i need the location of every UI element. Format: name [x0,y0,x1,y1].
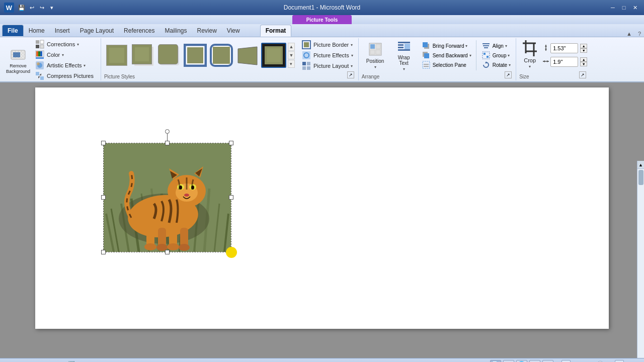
size-content: Crop ▾ [519,39,587,71]
outline-btn[interactable]: ≡ [529,360,540,363]
arrange-content: Position ▾ WrapText ▾ [362,39,513,71]
picture-style-6[interactable] [235,43,260,68]
picture-border-button[interactable]: Picture Border ▾ [299,40,355,50]
picture-style-3[interactable] [156,43,182,68]
resize-handle-top-left[interactable] [101,141,106,145]
color-label: Color [47,52,60,58]
selection-pane-button[interactable]: Selection Pane [419,60,473,69]
tab-format[interactable]: Format [260,25,292,37]
ribbon-collapse-btn[interactable]: ▲ [623,31,635,37]
tab-page-layout[interactable]: Page Layout [75,25,119,37]
picture-style-1[interactable] [104,43,129,68]
svg-rect-37 [307,62,310,65]
rotate-button[interactable]: Rotate ▾ [479,60,513,69]
maximize-button[interactable]: □ [619,3,629,12]
picture-style-4[interactable] [183,43,208,68]
yellow-dot[interactable] [226,247,237,258]
height-input[interactable] [550,43,578,53]
window-controls: ─ □ ✕ [608,3,640,12]
svg-rect-8 [40,45,44,48]
width-down-btn[interactable]: ▼ [580,62,587,66]
tab-review[interactable]: Review [192,25,221,37]
tab-file[interactable]: File [2,25,24,37]
scroll-track[interactable] [637,169,644,358]
selection-pane-label: Selection Pane [433,62,466,68]
tab-mailings[interactable]: Mailings [159,25,192,37]
tab-view[interactable]: View [222,25,245,37]
wrap-text-button[interactable]: WrapText ▾ [390,40,418,70]
picture-style-5[interactable] [209,43,234,68]
compress-pictures-button[interactable]: Compress Pictures [33,71,98,81]
picture-options-col: Picture Border ▾ Picture Effects ▾ [299,40,355,71]
wrap-text-dropdown: ▾ [403,67,405,71]
tab-insert[interactable]: Insert [50,25,75,37]
save-qat-btn[interactable]: 💾 [17,3,26,12]
tiger-image-container[interactable] [103,143,231,252]
undo-qat-btn[interactable]: ↩ [27,3,36,12]
picture-style-7[interactable] [261,43,286,68]
zoom-out-btn[interactable]: − [561,360,571,363]
bring-forward-button[interactable]: Bring Forward ▾ [419,41,473,50]
resize-handle-top-center[interactable] [165,141,170,145]
picture-styles-dialog-launcher[interactable]: ↗ [347,71,354,78]
help-btn[interactable]: ? [635,31,644,37]
title-bar-left: W 💾 ↩ ↪ ▾ [4,3,56,13]
gallery-scroll-down[interactable]: ▼ [288,51,295,59]
picture-style-2[interactable] [130,43,155,68]
group-button[interactable]: Group ▾ [479,51,513,60]
picture-effects-button[interactable]: Picture Effects ▾ [299,50,355,60]
svg-rect-44 [376,50,380,54]
draft-btn[interactable]: ≡ [542,360,553,363]
svg-point-107 [179,244,190,251]
picture-layout-label: Picture Layout [313,63,349,69]
crop-icon [522,40,538,56]
size-dialog-launcher[interactable]: ↗ [579,71,586,78]
resize-handle-middle-left[interactable] [101,195,106,200]
crop-button[interactable]: Crop ▾ [519,39,540,69]
scroll-up-button[interactable]: ▲ [637,161,645,169]
resize-handle-middle-right[interactable] [229,195,233,200]
tab-home[interactable]: Home [24,25,50,37]
rotate-handle[interactable] [165,129,170,134]
height-up-btn[interactable]: ▲ [580,44,587,48]
status-bar: Page: 1 of 1 Words: 0 🔤 📄 📖 🌐 ≡ ≡ − + 12… [0,358,644,362]
resize-handle-bottom-center[interactable] [165,250,170,254]
position-button[interactable]: Position ▾ [362,40,389,70]
svg-rect-48 [398,47,404,48]
web-layout-btn[interactable]: 🌐 [516,360,527,363]
picture-layout-button[interactable]: Picture Layout ▾ [299,61,355,71]
minimize-button[interactable]: ─ [608,3,618,12]
customize-qat-btn[interactable]: ▾ [47,3,56,12]
align-button[interactable]: Align ▾ [479,41,513,50]
height-down-btn[interactable]: ▼ [580,48,587,53]
artistic-effects-button[interactable]: Artistic Effects ▾ [33,60,98,70]
zoom-in-btn[interactable]: + [615,360,624,363]
group-label: Group [493,53,507,58]
arrange-dialog-launcher[interactable]: ↗ [505,71,512,78]
color-button[interactable]: Color ▾ [33,50,98,60]
gallery-more[interactable]: ▾ [288,60,295,68]
svg-rect-46 [398,44,404,46]
document-area: ▲ ▼ [0,82,644,358]
resize-handle-top-right[interactable] [229,141,233,145]
full-reading-btn[interactable]: 📖 [503,360,514,363]
width-up-btn[interactable]: ▲ [580,57,587,62]
bring-forward-label: Bring Forward [433,43,464,49]
print-layout-btn[interactable]: 📄 [490,360,501,363]
gallery-scroll-up[interactable]: ▲ [288,43,295,51]
picture-border-label: Picture Border [313,42,349,48]
picture-tools-label: Picture Tools [292,15,352,24]
tab-references[interactable]: References [119,25,159,37]
arrange-separator [476,40,476,70]
width-input[interactable] [550,57,578,67]
remove-background-button[interactable]: RemoveBackground [5,43,31,77]
svg-rect-55 [424,64,429,65]
align-icon [481,41,491,51]
svg-rect-5 [36,40,39,44]
send-backward-button[interactable]: Send Backward ▾ [419,51,473,60]
corrections-button[interactable]: Corrections ▾ [33,39,98,49]
resize-handle-bottom-left[interactable] [101,250,106,254]
close-button[interactable]: ✕ [630,3,640,12]
redo-qat-btn[interactable]: ↪ [37,3,46,12]
scroll-thumb[interactable] [638,170,643,185]
